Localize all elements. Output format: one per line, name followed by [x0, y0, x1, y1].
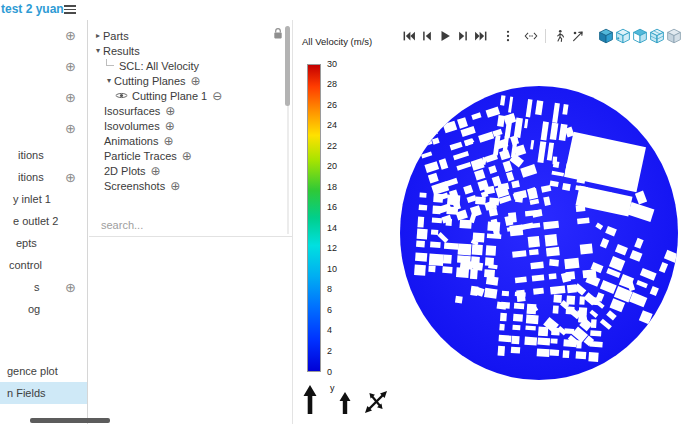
fly-mode-icon[interactable] [569, 27, 587, 45]
sidebar-item [0, 320, 87, 360]
simulation-tree-panel: ⊕⊕⊕⊕itionsitions⊕y inlet 1e outlet 2epts… [0, 20, 88, 424]
legend-tick-label: 24 [327, 121, 337, 130]
sidebar-item-label: e outlet 2 [13, 215, 58, 227]
add-button[interactable]: ⊕ [170, 180, 180, 192]
project-title: test 2 yuan [1, 2, 64, 16]
sidebar-item-control[interactable]: control [0, 254, 87, 276]
legend-tick-label: 30 [327, 60, 337, 69]
tree-node-animations[interactable]: Animations⊕ [89, 133, 292, 148]
sidebar-item-label: itions [18, 171, 44, 183]
lock-icon[interactable] [273, 27, 283, 40]
add-button[interactable]: ⊕ [182, 150, 192, 162]
tree-node-cutting-plane-1[interactable]: Cutting Plane 1⊖ [89, 88, 292, 103]
tree-node-parts[interactable]: ▸Parts [89, 28, 292, 43]
sidebar-item-label: control [9, 259, 42, 271]
tree-node-scl-all-velocity[interactable]: SCL: All Velocity [89, 58, 292, 73]
tree-node-label: Animations [104, 135, 158, 147]
cutting-plane-visualization[interactable] [398, 84, 680, 382]
remove-button[interactable]: ⊖ [212, 90, 222, 102]
viewport-3d[interactable]: All Velocity (m/s) 302826242220181614121… [294, 20, 690, 424]
tree-node-isosurfaces[interactable]: Isosurfaces⊕ [89, 103, 292, 118]
sidebar-item-e-outlet-2[interactable]: e outlet 2 [0, 210, 87, 232]
sidebar-item-label: y inlet 1 [13, 193, 51, 205]
add-button[interactable]: ⊕ [165, 105, 175, 117]
add-button[interactable]: ⊕ [65, 281, 76, 294]
sidebar-item-n-fields[interactable]: n Fields [0, 382, 87, 404]
tree-node-label: 2D Plots [104, 165, 146, 177]
sidebar-item-s[interactable]: s⊕ [0, 276, 87, 298]
legend-tick-label: 6 [327, 306, 332, 315]
tree-node-label: Cutting Planes [114, 75, 186, 87]
add-button[interactable]: ⊕ [65, 171, 76, 184]
view-cube-solid-icon[interactable] [597, 27, 614, 45]
more-options-icon[interactable] [499, 27, 517, 45]
add-button[interactable]: ⊕ [163, 135, 173, 147]
step-back-icon[interactable] [418, 27, 436, 45]
horizontal-scrollbar-thumb[interactable] [30, 418, 110, 423]
chevron-right-icon[interactable]: ▸ [93, 31, 103, 40]
sidebar-item-label: n Fields [7, 387, 46, 399]
tree-node-results[interactable]: ▾Results [89, 43, 292, 58]
play-icon[interactable] [436, 27, 454, 45]
add-button[interactable]: ⊕ [151, 165, 161, 177]
tree-node-particle-traces[interactable]: Particle Traces⊕ [89, 148, 292, 163]
sidebar-item-gence-plot[interactable]: gence plot [0, 360, 87, 382]
legend-tick-label: 28 [327, 80, 337, 89]
tree-node-cutting-planes[interactable]: ▾Cutting Planes⊕ [89, 73, 292, 88]
sidebar-item-label: itions [18, 149, 44, 161]
tree-node-isovolumes[interactable]: Isovolumes⊕ [89, 118, 292, 133]
add-button[interactable]: ⊕ [191, 75, 201, 87]
chevron-down-icon[interactable]: ▾ [104, 76, 114, 85]
sidebar-item[interactable]: ⊕ [0, 51, 87, 82]
view-cube-grid-icon[interactable] [648, 27, 665, 45]
add-button[interactable]: ⊕ [65, 122, 76, 135]
view-cube-half-icon[interactable] [631, 27, 648, 45]
sidebar-item-label: og [28, 303, 40, 315]
legend-tick-label: 8 [327, 285, 332, 294]
sidebar-item-label: gence plot [7, 365, 58, 377]
code-icon[interactable] [522, 27, 540, 45]
menu-icon[interactable] [64, 5, 76, 14]
legend-tick-label: 20 [327, 162, 337, 171]
step-forward-icon[interactable] [454, 27, 472, 45]
sidebar-item-epts[interactable]: epts [0, 232, 87, 254]
sidebar-item[interactable]: ⊕ [0, 20, 87, 51]
chevron-down-icon[interactable]: ▾ [93, 46, 103, 55]
sidebar-item-og[interactable]: og [0, 298, 87, 320]
sidebar-item[interactable]: ⊕ [0, 82, 87, 113]
legend-tick-label: 16 [327, 203, 337, 212]
axis-arrows [300, 382, 400, 420]
vertical-scrollbar[interactable] [285, 26, 290, 234]
legend-tick-label: 18 [327, 183, 337, 192]
toolbar-spacer [587, 36, 597, 37]
walk-mode-icon[interactable] [551, 27, 569, 45]
sidebar-item[interactable]: ⊕ [0, 113, 87, 144]
scrollbar-thumb[interactable] [285, 26, 290, 106]
axis-label: y [330, 383, 335, 393]
sidebar-item-itions[interactable]: itions⊕ [0, 166, 87, 188]
add-button[interactable]: ⊕ [65, 60, 76, 73]
tree-node-label: Screenshots [104, 180, 165, 192]
search-input[interactable] [101, 219, 251, 231]
toolbar-spacer [490, 36, 499, 37]
skip-to-start-icon[interactable] [400, 27, 418, 45]
legend-tick-label: 0 [327, 368, 332, 377]
legend-tick-label: 22 [327, 142, 337, 151]
sidebar-item-y-inlet-1[interactable]: y inlet 1 [0, 188, 87, 210]
tree-node-2d-plots[interactable]: 2D Plots⊕ [89, 163, 292, 178]
tree-node-screenshots[interactable]: Screenshots⊕ [89, 178, 292, 193]
skip-to-end-icon[interactable] [472, 27, 490, 45]
axis-up-arrow-large [304, 385, 317, 414]
legend-tick-label: 10 [327, 265, 337, 274]
tree-node-list: ▸Parts▾ResultsSCL: All Velocity▾Cutting … [89, 28, 292, 193]
sidebar-item-itions[interactable]: itions [0, 144, 87, 166]
tree-node-label: SCL: All Velocity [119, 60, 199, 72]
application-window: test 2 yuan ⊕⊕⊕⊕itionsitions⊕y inlet 1e … [0, 0, 690, 424]
view-cube-wire-icon[interactable] [614, 27, 631, 45]
legend-tick-label: 12 [327, 244, 337, 253]
visibility-eye-icon[interactable] [115, 91, 128, 100]
add-button[interactable]: ⊕ [165, 120, 175, 132]
add-button[interactable]: ⊕ [65, 91, 76, 104]
view-cube-flat-icon[interactable] [665, 27, 682, 45]
add-button[interactable]: ⊕ [65, 29, 76, 42]
